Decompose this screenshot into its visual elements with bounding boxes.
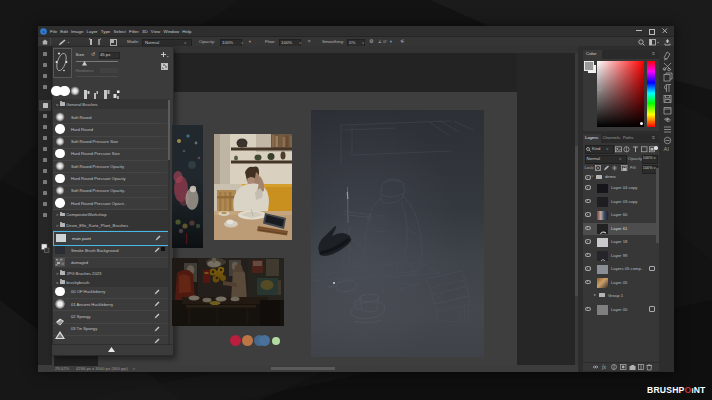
svg-text:A|: A| [664,146,670,151]
svg-text:fx: fx [602,364,607,370]
